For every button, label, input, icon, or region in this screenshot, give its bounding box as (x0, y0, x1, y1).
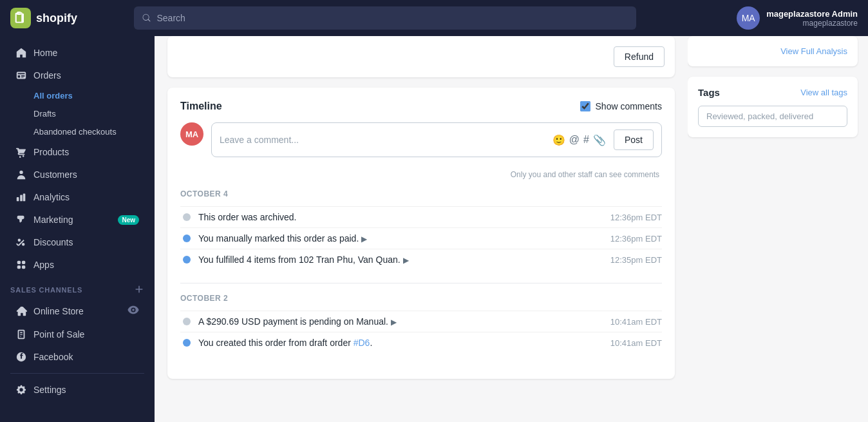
home-icon (15, 47, 27, 59)
refund-button[interactable]: Refund (614, 46, 665, 67)
tags-input[interactable] (698, 106, 847, 127)
event-dot-blue (183, 256, 191, 264)
sidebar-subitem-abandoned[interactable]: Abandoned checkouts (5, 123, 149, 140)
timeline-title: Timeline (180, 101, 222, 112)
top-navigation: shopify MA mageplazastore Admin mageplaz… (0, 0, 868, 36)
sidebar-item-customers[interactable]: Customers (5, 164, 149, 186)
sidebar-subitem-all-orders[interactable]: All orders (5, 87, 149, 104)
view-full-analysis-link[interactable]: View Full Analysis (780, 46, 847, 56)
sidebar-item-label: Apps (33, 260, 54, 270)
timeline-divider (180, 283, 662, 283)
event-text: You created this order from draft order … (198, 338, 603, 348)
sidebar-subitem-drafts[interactable]: Drafts (5, 105, 149, 122)
customers-icon (15, 169, 27, 180)
comment-input-box[interactable]: 🙂 @ # 📎 Post (211, 122, 662, 157)
sidebar-item-settings[interactable]: Settings (5, 379, 149, 401)
sidebar-item-label: Point of Sale (33, 329, 84, 340)
event-time: 10:41am EDT (610, 317, 662, 327)
analysis-card: View Full Analysis (688, 36, 858, 66)
view-all-tags-link[interactable]: View all tags (800, 88, 847, 97)
sidebar-item-label: Customers (33, 169, 77, 180)
avatar[interactable]: MA (737, 6, 760, 30)
event-expand-button[interactable]: ▶ (361, 235, 367, 244)
event-text: You manually marked this order as paid. … (198, 233, 603, 244)
marketing-icon (15, 214, 27, 225)
sales-channels-header: SALES CHANNELS (0, 276, 155, 298)
timeline-section-oct2: OCTOBER 2 A $290.69 USD payment is pendi… (180, 294, 662, 353)
sidebar-item-label: Home (33, 48, 57, 58)
logo: shopify (10, 8, 126, 28)
search-icon (142, 13, 152, 23)
timeline-event: This order was archived. 12:36pm EDT (180, 206, 662, 227)
search-input[interactable] (157, 13, 629, 23)
sidebar-item-point-of-sale[interactable]: Point of Sale (5, 323, 149, 345)
sidebar: Home Orders All orders Drafts Abandoned … (0, 36, 155, 422)
apps-icon (15, 259, 27, 271)
draft-order-link[interactable]: #D6 (354, 338, 370, 348)
event-time: 12:36pm EDT (610, 213, 662, 222)
event-time: 10:41am EDT (610, 338, 662, 348)
shopify-logo-icon (10, 8, 31, 28)
tags-card: Tags View all tags (688, 77, 858, 137)
sidebar-item-discounts[interactable]: Discounts (5, 231, 149, 253)
online-store-icon (15, 305, 27, 317)
comment-input[interactable] (220, 135, 547, 145)
discounts-icon (15, 236, 27, 248)
event-expand-button[interactable]: ▶ (391, 318, 397, 327)
sidebar-item-label: Analytics (33, 192, 70, 202)
timeline-event: You fulfilled 4 items from 102 Tran Phu,… (180, 249, 662, 270)
sidebar-item-online-store[interactable]: Online Store (5, 299, 149, 323)
timeline-event: You manually marked this order as paid. … (180, 227, 662, 249)
comment-staff-note: Only you and other staff can see comment… (180, 170, 662, 179)
admin-name: mageplazastore Admin (766, 9, 858, 19)
eye-icon[interactable] (127, 304, 139, 318)
sidebar-item-label: Discounts (33, 237, 73, 247)
products-icon (15, 146, 27, 158)
content-area: Refund Timeline Show comments MA (155, 36, 688, 422)
timeline-header: Timeline Show comments (180, 101, 662, 112)
timeline-date-oct2: OCTOBER 2 (180, 294, 662, 303)
comment-input-row: MA 🙂 @ # 📎 Post (180, 122, 662, 157)
sidebar-item-label: Products (33, 147, 69, 157)
sidebar-item-marketing[interactable]: Marketing New (5, 209, 149, 231)
sidebar-item-products[interactable]: Products (5, 141, 149, 163)
timeline-event: You created this order from draft order … (180, 332, 662, 353)
sidebar-item-facebook[interactable]: Facebook (5, 346, 149, 368)
event-text: This order was archived. (198, 212, 603, 222)
logo-text: shopify (36, 12, 77, 25)
refund-card: Refund (167, 36, 675, 77)
pos-icon (15, 329, 27, 340)
admin-section: MA mageplazastore Admin mageplazastore (737, 6, 858, 30)
attachment-icon[interactable]: 📎 (593, 134, 606, 146)
orders-icon (15, 70, 27, 81)
event-text: You fulfilled 4 items from 102 Tran Phu,… (198, 254, 603, 265)
sidebar-item-label: Settings (33, 385, 66, 395)
sidebar-item-label: Orders (33, 70, 61, 81)
event-text: A $290.69 USD payment is pending on Manu… (198, 316, 603, 327)
emoji-icon[interactable]: 🙂 (552, 134, 565, 146)
sidebar-item-apps[interactable]: Apps (5, 254, 149, 276)
tags-header: Tags View all tags (698, 87, 847, 98)
post-comment-button[interactable]: Post (614, 129, 654, 150)
shopify-bag-icon (14, 12, 27, 24)
event-dot-blue (183, 235, 191, 242)
hashtag-icon[interactable]: # (583, 134, 589, 146)
sidebar-item-label: Marketing (33, 215, 73, 225)
facebook-icon (15, 351, 27, 363)
sidebar-item-label: Online Store (33, 306, 84, 316)
sidebar-item-home[interactable]: Home (5, 42, 149, 64)
sidebar-item-orders[interactable]: Orders (5, 64, 149, 86)
event-expand-button[interactable]: ▶ (403, 256, 409, 265)
mention-icon[interactable]: @ (569, 134, 580, 146)
main-content: Refund Timeline Show comments MA (155, 36, 868, 422)
show-comments-toggle[interactable]: Show comments (580, 101, 662, 111)
timeline-section-oct4: OCTOBER 4 This order was archived. 12:36… (180, 189, 662, 270)
search-bar[interactable] (134, 6, 636, 30)
settings-icon (15, 384, 27, 396)
sidebar-item-analytics[interactable]: Analytics (5, 186, 149, 208)
tags-title: Tags (698, 87, 720, 98)
show-comments-checkbox[interactable] (580, 101, 590, 111)
add-sales-channel-button[interactable] (134, 284, 144, 296)
comment-toolbar-icons: 🙂 @ # 📎 (552, 134, 606, 146)
comment-avatar: MA (180, 122, 203, 146)
